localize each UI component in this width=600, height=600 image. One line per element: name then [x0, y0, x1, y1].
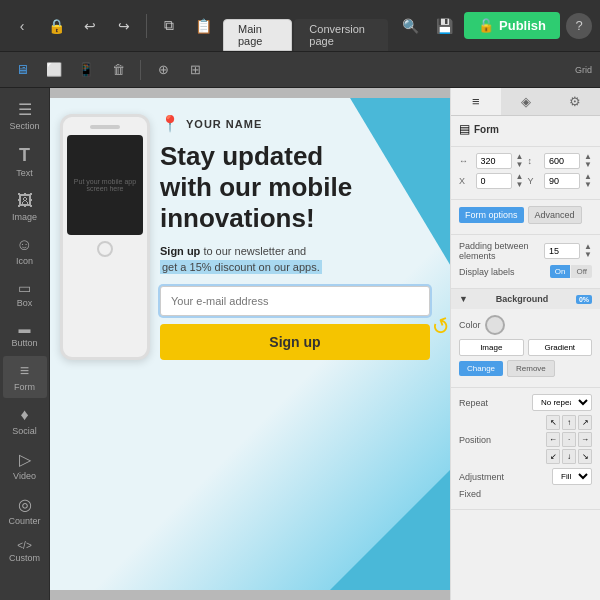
button-icon: ▬ — [19, 322, 31, 336]
remove-button[interactable]: Remove — [507, 360, 555, 377]
panel-tab-styles[interactable]: ◈ — [501, 88, 551, 115]
grid-label: Grid — [575, 65, 592, 75]
undo-button[interactable]: ↩ — [76, 12, 104, 40]
bg-image-button[interactable]: Image — [459, 339, 524, 356]
redo-button[interactable]: ↪ — [110, 12, 138, 40]
device-desktop-button[interactable]: 🖥 — [8, 56, 36, 84]
tab-conversion-page[interactable]: Conversion page — [294, 19, 388, 51]
align-button[interactable]: ⊞ — [181, 56, 209, 84]
toggle-off-button[interactable]: Off — [571, 265, 592, 278]
pos-bl-button[interactable]: ↙ — [546, 449, 560, 464]
pos-ml-button[interactable]: ← — [546, 432, 560, 447]
toggle-on-button[interactable]: On — [550, 265, 571, 278]
publish-button[interactable]: 🔓 Publish — [464, 12, 560, 39]
height-down-button[interactable]: ▼ — [584, 161, 592, 169]
panel-form-section: ▤ Form — [451, 116, 600, 147]
sidebar-item-box[interactable]: ▭ Box — [3, 274, 47, 314]
sidebar-item-counter[interactable]: ◎ Counter — [3, 489, 47, 532]
form-icon: ≡ — [20, 362, 29, 380]
help-button[interactable]: ? — [566, 13, 592, 39]
sidebar-item-icon[interactable]: ☺ Icon — [3, 230, 47, 272]
sidebar-item-custom[interactable]: </> Custom — [3, 534, 47, 569]
top-toolbar: ‹ 🔒 ↩ ↪ ⧉ 📋 Main page Conversion page 🔍 … — [0, 0, 600, 52]
width-input[interactable] — [476, 153, 512, 169]
brand-name: YOUR NAME — [186, 118, 262, 130]
delete-section-button[interactable]: 🗑 — [104, 56, 132, 84]
padding-input[interactable] — [544, 243, 580, 259]
chevron-icon: ▼ — [459, 294, 468, 304]
lock-icon: 🔓 — [478, 18, 494, 33]
bg-gradient-button[interactable]: Gradient — [528, 339, 593, 356]
add-element-button[interactable]: ⊕ — [149, 56, 177, 84]
y-down-button[interactable]: ▼ — [584, 181, 592, 189]
adjustment-row: Adjustment Fill — [459, 468, 592, 485]
x-label: X — [459, 176, 472, 186]
save-button[interactable]: 💾 — [430, 12, 458, 40]
y-spin-group: ▲ ▼ — [584, 173, 592, 189]
subtext-signup: Sign up — [160, 245, 200, 257]
change-remove-row: Change Remove — [459, 360, 592, 377]
repeat-label: Repeat — [459, 398, 528, 408]
sidebar-item-social[interactable]: ♦ Social — [3, 400, 47, 442]
background-section-header[interactable]: ▼ Background 0% — [451, 289, 600, 309]
height-input[interactable] — [544, 153, 580, 169]
lock-button[interactable]: 🔒 — [42, 12, 70, 40]
repeat-select[interactable]: No repeat — [532, 394, 592, 411]
sidebar-item-video[interactable]: ▷ Video — [3, 444, 47, 487]
adjustment-select[interactable]: Fill — [552, 468, 592, 485]
x-input[interactable] — [476, 173, 512, 189]
subtext: Sign up to our newsletter and get a 15% … — [160, 243, 430, 276]
back-button[interactable]: ‹ — [8, 12, 36, 40]
second-toolbar: 🖥 ⬜ 📱 🗑 ⊕ ⊞ Grid — [0, 52, 600, 88]
sidebar-item-button[interactable]: ▬ Button — [3, 316, 47, 354]
padding-down-button[interactable]: ▼ — [584, 251, 592, 259]
adjustment-label: Adjustment — [459, 472, 548, 482]
headline-line1: Stay updated — [160, 141, 430, 172]
pos-mc-button[interactable]: · — [562, 432, 576, 447]
panel-dimensions-section: ↔ ▲ ▼ ↕ ▲ ▼ X ▲ ▼ Y — [451, 147, 600, 200]
color-picker-circle[interactable] — [485, 315, 505, 335]
sidebar-item-section[interactable]: ☰ Section — [3, 94, 47, 137]
height-label: ↕ — [528, 156, 541, 166]
pos-tr-button[interactable]: ↗ — [578, 415, 592, 430]
email-input[interactable] — [160, 286, 430, 316]
panel-padding-section: Padding between elements ▲ ▼ Display lab… — [451, 235, 600, 289]
search-button[interactable]: 🔍 — [396, 12, 424, 40]
sidebar-item-text[interactable]: T Text — [3, 139, 47, 184]
copy-button[interactable]: ⧉ — [155, 12, 183, 40]
section-icon: ☰ — [18, 100, 32, 119]
tab-main-page[interactable]: Main page — [223, 19, 292, 51]
y-label: Y — [528, 176, 541, 186]
bg-type-row: Image Gradient — [459, 339, 592, 356]
position-row: Position ↖ ↑ ↗ ← · → ↙ ↓ ↘ — [459, 415, 592, 464]
pos-tl-button[interactable]: ↖ — [546, 415, 560, 430]
pos-bc-button[interactable]: ↓ — [562, 449, 576, 464]
signup-button[interactable]: Sign up — [160, 324, 430, 360]
pos-mr-button[interactable]: → — [578, 432, 592, 447]
pos-br-button[interactable]: ↘ — [578, 449, 592, 464]
panel-tabs: ≡ ◈ ⚙ — [451, 88, 600, 116]
form-options-button[interactable]: Form options — [459, 207, 524, 223]
panel-options-row: Form options Advanced — [459, 206, 592, 224]
sidebar-item-form[interactable]: ≡ Form — [3, 356, 47, 398]
width-down-button[interactable]: ▼ — [516, 161, 524, 169]
panel-tab-settings[interactable]: ⚙ — [550, 88, 600, 115]
sidebar-item-image[interactable]: 🖼 Image — [3, 186, 47, 228]
device-tablet-button[interactable]: ⬜ — [40, 56, 68, 84]
y-input[interactable] — [544, 173, 580, 189]
panel-tab-properties[interactable]: ≡ — [451, 88, 501, 115]
headline: Stay updated with our mobile innovations… — [160, 141, 430, 235]
device-mobile-button[interactable]: 📱 — [72, 56, 100, 84]
display-labels-toggle: On Off — [550, 265, 592, 278]
x-down-button[interactable]: ▼ — [516, 181, 524, 189]
icon-icon: ☺ — [16, 236, 32, 254]
height-spin-group: ▲ ▼ — [584, 153, 592, 169]
pos-tc-button[interactable]: ↑ — [562, 415, 576, 430]
advanced-button[interactable]: Advanced — [528, 206, 582, 224]
panel-width-row: ↔ ▲ ▼ ↕ ▲ ▼ — [459, 153, 592, 169]
paste-button[interactable]: 📋 — [189, 12, 217, 40]
subtext-discount: get a 15% discount on our apps. — [160, 260, 322, 274]
form-icon-panel: ▤ — [459, 122, 470, 136]
change-button[interactable]: Change — [459, 361, 503, 376]
page-content: Put your mobile app screen here 📍 YOUR N… — [50, 98, 450, 376]
